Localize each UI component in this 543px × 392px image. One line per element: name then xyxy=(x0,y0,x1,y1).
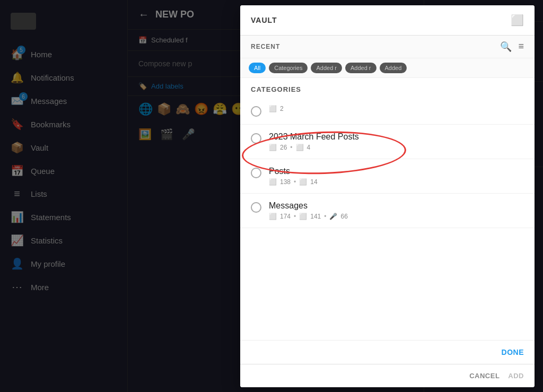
category-meta-messages: ⬜ 174 • ⬜ 141 • 🎤 66 xyxy=(269,213,348,220)
search-icon[interactable]: 🔍 xyxy=(500,41,512,53)
add-button[interactable]: ADD xyxy=(508,372,524,380)
category-item-messages[interactable]: Messages ⬜ 174 • ⬜ 141 • 🎤 66 xyxy=(240,194,535,228)
photo-icon-messages: ⬜ xyxy=(269,213,277,220)
chip-added-1[interactable]: Added r xyxy=(311,63,342,73)
category-meta-folder2: ⬜ 2 xyxy=(269,105,284,112)
photo-icon-2023march: ⬜ xyxy=(269,144,277,151)
modal-bottom-bar: CANCEL ADD xyxy=(240,364,535,387)
category-item-2023march[interactable]: 2023 March Feed Posts ⬜ 26 • ⬜ 4 xyxy=(240,125,535,159)
video-count-messages: 141 xyxy=(310,213,321,220)
video-icon-messages: ⬜ xyxy=(299,213,307,220)
chip-added-3[interactable]: Added xyxy=(380,63,407,73)
radio-folder2[interactable] xyxy=(251,106,261,117)
folder2-count: 2 xyxy=(280,105,284,112)
photo-count-messages: 174 xyxy=(280,213,291,220)
modal-done-row: DONE xyxy=(240,340,535,364)
category-item-folder2[interactable]: ⬜ 2 xyxy=(240,98,535,125)
category-item-posts[interactable]: Posts ⬜ 138 • ⬜ 14 xyxy=(240,159,535,194)
audio-icon-messages: 🎤 xyxy=(329,213,337,220)
cancel-button[interactable]: CANCEL xyxy=(469,372,500,380)
audio-count-messages: 66 xyxy=(340,213,347,220)
folder-icon-small: ⬜ xyxy=(269,105,277,112)
categories-header: CATEGORIES xyxy=(240,78,535,98)
recent-icons: 🔍 ≡ xyxy=(500,41,524,53)
radio-posts[interactable] xyxy=(251,168,261,178)
modal-title: VAULT xyxy=(251,16,277,24)
photo-count-2023march: 26 xyxy=(280,144,287,151)
category-name-posts: Posts xyxy=(269,167,318,176)
photo-count-posts: 138 xyxy=(280,178,291,186)
vault-modal: VAULT ⬜ RECENT 🔍 ≡ All Categories Added … xyxy=(240,5,535,387)
video-count-2023march: 4 xyxy=(307,144,311,151)
folder-header-icon[interactable]: ⬜ xyxy=(511,14,524,27)
chip-added-2[interactable]: Added r xyxy=(345,63,376,73)
radio-2023march[interactable] xyxy=(251,133,261,144)
category-meta-2023march: ⬜ 26 • ⬜ 4 xyxy=(269,144,359,151)
recent-section: RECENT 🔍 ≡ xyxy=(240,36,535,58)
category-name-2023march: 2023 March Feed Posts xyxy=(269,132,359,142)
photo-icon-posts: ⬜ xyxy=(269,178,277,186)
modal-header: VAULT ⬜ xyxy=(240,5,535,36)
done-button[interactable]: DONE xyxy=(502,348,524,356)
modal-spacer xyxy=(240,228,535,340)
chip-categories[interactable]: Categories xyxy=(269,63,308,73)
recent-label: RECENT xyxy=(251,43,280,50)
chips-row: All Categories Added r Added r Added xyxy=(240,58,535,78)
filter-icon[interactable]: ≡ xyxy=(518,41,524,53)
video-icon-2023march: ⬜ xyxy=(296,144,304,151)
video-count-posts: 14 xyxy=(310,178,317,186)
category-name-messages: Messages xyxy=(269,201,348,211)
category-meta-posts: ⬜ 138 • ⬜ 14 xyxy=(269,178,318,186)
radio-messages[interactable] xyxy=(251,202,261,213)
video-icon-posts: ⬜ xyxy=(299,178,307,186)
chip-all[interactable]: All xyxy=(249,63,266,73)
